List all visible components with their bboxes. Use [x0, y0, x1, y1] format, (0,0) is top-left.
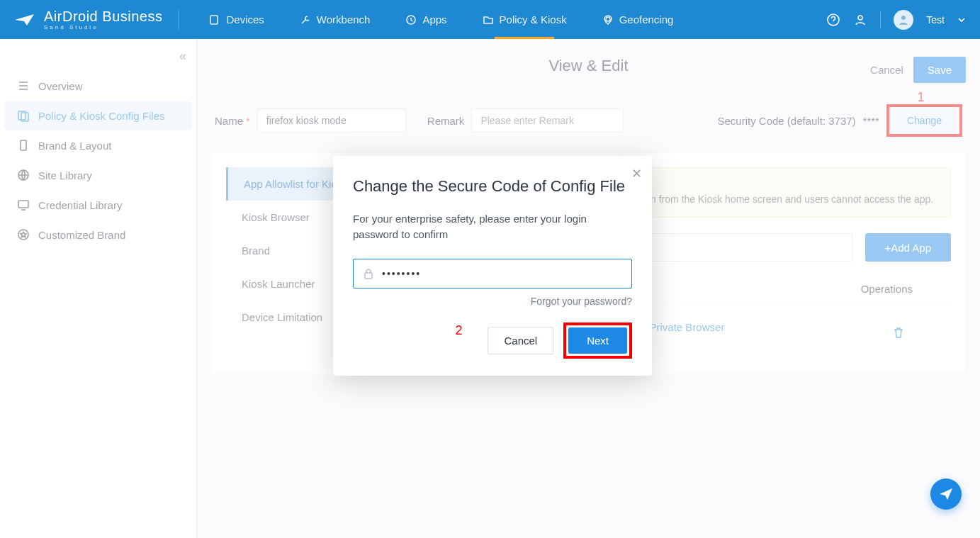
annotation-2: 2 [455, 323, 462, 338]
sidebar-item-customized-brand[interactable]: Customized Brand [4, 220, 192, 250]
nav-devices[interactable]: Devices [191, 0, 281, 39]
security-code-mask: **** [863, 115, 879, 127]
sidebar-item-credential[interactable]: Credential Library [4, 190, 192, 220]
form-row: Name* Remark Security Code (default: 373… [204, 89, 973, 152]
cancel-button[interactable]: Cancel [870, 64, 903, 76]
floating-action-button[interactable] [930, 478, 962, 510]
svg-point-6 [901, 16, 906, 20]
svg-rect-0 [210, 16, 218, 24]
page-title: View & Edit [548, 57, 628, 75]
list-icon [17, 79, 30, 92]
nav-apps[interactable]: Apps [388, 0, 464, 39]
files-icon [17, 109, 30, 122]
forgot-password-link[interactable]: Forgot your password? [353, 296, 632, 307]
close-icon[interactable]: ✕ [631, 166, 642, 181]
modal-title: Change the Secure Code of Config File [353, 176, 632, 197]
svg-rect-11 [18, 201, 28, 208]
logo-text: AirDroid Business [44, 9, 162, 23]
remark-label: Remark [427, 115, 465, 127]
chevron-down-icon[interactable] [957, 16, 966, 24]
header-right: Test [826, 10, 966, 30]
phone-icon [17, 139, 30, 152]
sidebar-item-brand-layout[interactable]: Brand & Layout [4, 130, 192, 160]
send-icon [938, 486, 954, 502]
svg-point-3 [828, 14, 839, 26]
sidebar-item-site-library[interactable]: Site Library [4, 160, 192, 190]
divider [178, 9, 179, 30]
name-label: Name* [215, 115, 250, 127]
location-icon [602, 14, 614, 26]
lock-icon [362, 267, 375, 280]
sidebar-item-overview[interactable]: Overview [4, 71, 192, 101]
collapse-button[interactable]: « [0, 46, 196, 71]
paper-plane-icon [14, 13, 37, 27]
annotation-box-1: 1 Change [886, 104, 962, 137]
modal-text: For your enterprise safety, please enter… [353, 211, 632, 243]
wrench-icon [300, 14, 311, 26]
folder-icon [483, 14, 494, 26]
globe-icon [17, 169, 30, 181]
svg-rect-9 [21, 140, 26, 150]
logo: AirDroid Business Sand Studio [14, 9, 162, 30]
name-input[interactable] [257, 108, 406, 133]
nav-policy-kiosk[interactable]: Policy & Kiosk [465, 0, 585, 39]
sidebar: « Overview Policy & Kiosk Config Files B… [0, 39, 197, 538]
delete-icon[interactable] [891, 325, 906, 340]
password-input-wrapper [353, 259, 632, 288]
svg-point-2 [606, 17, 610, 21]
save-button[interactable]: Save [913, 57, 966, 83]
page-header: View & Edit [204, 57, 973, 88]
operations-header: Operations [861, 283, 913, 295]
top-nav: Devices Workbench Apps Policy & Kiosk Ge… [191, 0, 691, 39]
annotation-box-2: Next [563, 323, 632, 359]
monitor-icon [17, 198, 30, 211]
annotation-1: 1 [917, 90, 924, 105]
avatar[interactable] [894, 10, 913, 30]
logo-subtext: Sand Studio [44, 25, 162, 30]
remark-input[interactable] [471, 108, 624, 133]
svg-point-5 [858, 16, 862, 20]
change-button[interactable]: Change [893, 108, 956, 133]
star-icon [17, 228, 30, 241]
support-icon[interactable] [853, 13, 867, 27]
apps-icon [405, 14, 417, 26]
help-icon[interactable] [826, 13, 840, 27]
add-app-button[interactable]: +Add App [865, 233, 951, 262]
devices-icon [209, 14, 220, 26]
user-name[interactable]: Test [926, 14, 945, 26]
security-code-label: Security Code (default: 3737) [717, 115, 855, 127]
change-code-modal: ✕ Change the Secure Code of Config File … [333, 156, 652, 376]
svg-point-4 [833, 22, 834, 23]
modal-cancel-button[interactable]: Cancel [488, 327, 553, 354]
sidebar-item-config-files[interactable]: Policy & Kiosk Config Files [4, 101, 192, 130]
password-input[interactable] [382, 268, 623, 279]
nav-geofencing[interactable]: Geofencing [585, 0, 692, 39]
nav-workbench[interactable]: Workbench [282, 0, 388, 39]
app-header: AirDroid Business Sand Studio Devices Wo… [0, 0, 980, 39]
modal-next-button[interactable]: Next [568, 327, 627, 354]
svg-rect-15 [365, 273, 372, 279]
